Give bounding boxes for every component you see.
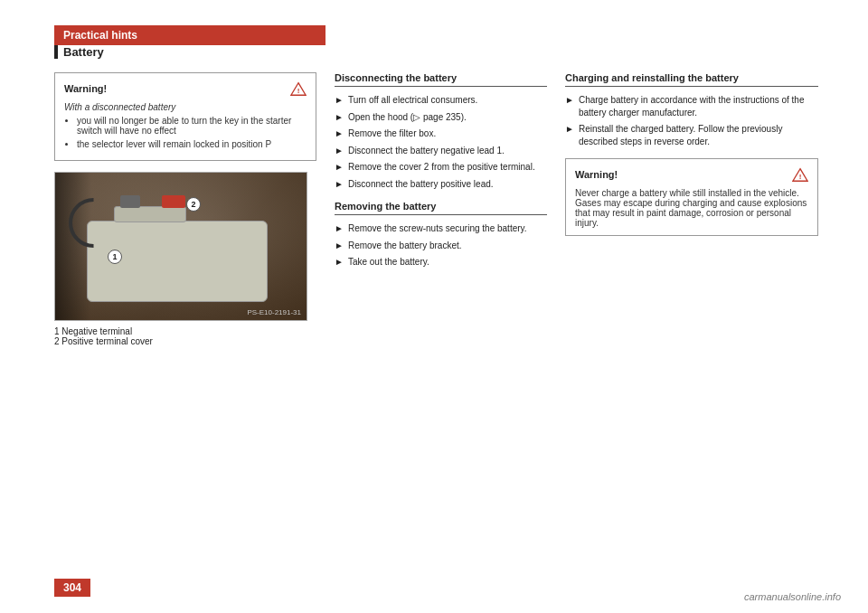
page-number: 304 [54, 579, 90, 597]
arrow-r2: ► [335, 240, 344, 252]
step-6: ►Disconnect the battery positive lead. [335, 178, 547, 191]
step-2: ►Open the hood (▷ page 235). [335, 111, 547, 124]
subsection-title: Battery [54, 45, 104, 59]
warning-item-2: the selector lever will remain locked in… [77, 139, 307, 149]
image-captions: 1 Negative terminal 2 Positive terminal … [54, 326, 316, 346]
remove-step-1: ►Remove the screw-nuts securing the batt… [335, 222, 547, 235]
warning-box-right: Warning! ! Never charge a battery while … [565, 158, 818, 236]
step-4: ►Disconnect the battery negative lead 1. [335, 145, 547, 157]
header-section-label: Practical hints [54, 25, 326, 45]
warning-items-list: you will no longer be able to turn the k… [64, 116, 307, 149]
mid-column: Disconnecting the battery ►Turn off all … [335, 72, 547, 279]
arrow-r3: ► [335, 256, 344, 269]
charging-steps: ►Charge battery in accordance with the i… [565, 94, 818, 147]
caption-1: 1 Negative terminal [54, 326, 316, 336]
warning-triangle-icon: ! [290, 80, 307, 97]
remove-step-3: ►Take out the battery. [335, 256, 547, 269]
warning-title-left: Warning! [64, 83, 107, 94]
arrow-c1: ► [565, 94, 574, 107]
step-3: ►Remove the filter box. [335, 127, 547, 140]
arrow-5: ► [335, 161, 344, 174]
arrow-1: ► [335, 94, 344, 107]
watermark: carmanualsonline.info [744, 591, 841, 602]
step-5: ►Remove the cover 2 from the positive te… [335, 161, 547, 174]
warning-title-right: Warning! [575, 169, 618, 180]
warning-item-1: you will no longer be able to turn the k… [77, 116, 307, 136]
step-1: ►Turn off all electrical consumers. [335, 94, 547, 107]
charge-step-2: ►Reinstall the charged battery. Follow t… [565, 123, 818, 147]
removing-steps: ►Remove the screw-nuts securing the batt… [335, 222, 547, 269]
warning-subtitle: With a disconnected battery [64, 102, 307, 112]
warning-header-right: Warning! ! [575, 166, 808, 183]
disconnecting-heading: Disconnecting the battery [335, 72, 547, 87]
label-1-circle: 1 [108, 250, 122, 264]
arrow-3: ► [335, 127, 344, 140]
left-column: Warning! ! With a disconnected battery y… [54, 72, 316, 346]
warning-body-left: With a disconnected battery you will no … [64, 102, 307, 149]
remove-step-2: ►Remove the battery bracket. [335, 240, 547, 252]
warning-body-right: Never charge a battery while still insta… [575, 188, 808, 228]
arrow-c2: ► [565, 123, 574, 136]
charging-heading: Charging and reinstalling the battery [565, 72, 818, 87]
arrow-4: ► [335, 145, 344, 157]
image-code: PS-E10-2191-31 [247, 308, 301, 316]
neg-terminal-shape [120, 195, 140, 208]
arrow-r1: ► [335, 222, 344, 235]
warning-triangle-right-icon: ! [792, 166, 808, 183]
arrow-6: ► [335, 178, 344, 191]
label-2-circle: 2 [186, 197, 201, 212]
disconnecting-steps: ►Turn off all electrical consumers. ►Ope… [335, 94, 547, 190]
battery-image: 1 2 PS-E10-2191-31 [54, 172, 307, 321]
charge-step-1: ►Charge battery in accordance with the i… [565, 94, 818, 118]
right-column: Charging and reinstalling the battery ►C… [565, 72, 818, 236]
pos-terminal-shape [162, 195, 185, 208]
warning-box-left: Warning! ! With a disconnected battery y… [54, 72, 316, 161]
removing-heading: Removing the battery [335, 201, 547, 215]
svg-text:!: ! [799, 173, 802, 181]
warning-text-right: Never charge a battery while still insta… [575, 188, 807, 228]
warning-header-left: Warning! ! [64, 80, 307, 97]
arrow-2: ► [335, 111, 344, 124]
caption-2: 2 Positive terminal cover [54, 336, 316, 346]
svg-text:!: ! [297, 87, 300, 95]
battery-top-shape [114, 206, 186, 222]
